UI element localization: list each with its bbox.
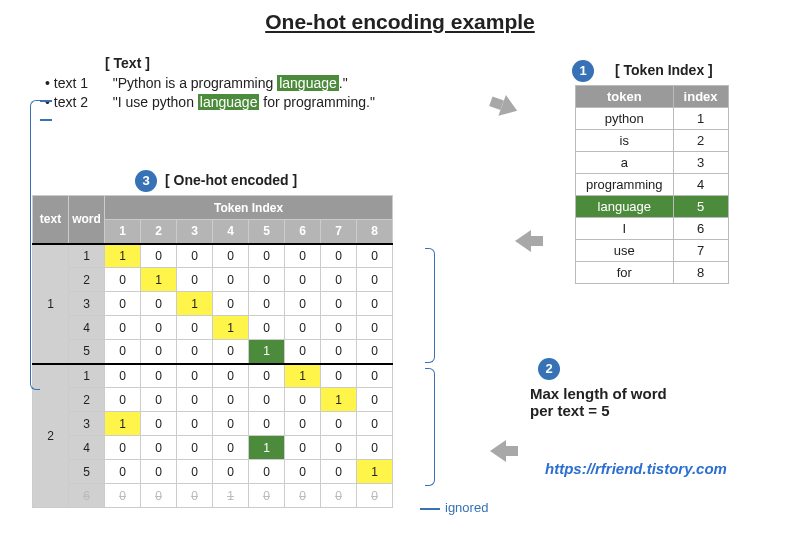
onehot-word-num: 1 <box>69 364 105 388</box>
step-1-badge: 1 <box>572 60 594 82</box>
onehot-cell: 0 <box>357 340 393 364</box>
onehot-cell: 0 <box>177 388 213 412</box>
brace-text2-rows <box>425 368 435 486</box>
onehot-cell: 0 <box>285 412 321 436</box>
onehot-cell: 1 <box>285 364 321 388</box>
onehot-cell: 1 <box>213 484 249 508</box>
token-cell: a <box>576 152 674 174</box>
onehot-cell: 0 <box>177 484 213 508</box>
token-cell: programming <box>576 174 674 196</box>
text-row-2: • text 2 "I use python language for prog… <box>45 94 375 110</box>
onehot-cell: 0 <box>213 364 249 388</box>
step-2-badge: 2 <box>538 358 560 380</box>
onehot-cell: 0 <box>321 244 357 268</box>
onehot-cell: 0 <box>213 244 249 268</box>
onehot-row: 500001000 <box>33 340 393 364</box>
text-section-header: [ Text ] <box>105 55 375 71</box>
onehot-row: 2100000100 <box>33 364 393 388</box>
text-row-2-suffix: for programming." <box>259 94 374 110</box>
onehot-cell: 0 <box>357 484 393 508</box>
onehot-idx-col: 7 <box>321 220 357 244</box>
arrow-index-to-onehot <box>515 230 543 252</box>
onehot-cell: 0 <box>141 244 177 268</box>
onehot-col-word: word <box>69 196 105 244</box>
onehot-cell: 0 <box>321 484 357 508</box>
onehot-cell: 1 <box>357 460 393 484</box>
onehot-cell: 0 <box>357 388 393 412</box>
onehot-cell: 0 <box>105 388 141 412</box>
onehot-cell: 0 <box>213 412 249 436</box>
onehot-cell: 0 <box>321 436 357 460</box>
onehot-cell: 0 <box>213 388 249 412</box>
onehot-word-num: 4 <box>69 436 105 460</box>
token-cell: language <box>576 196 674 218</box>
onehot-cell: 0 <box>249 460 285 484</box>
page-title: One-hot encoding example <box>0 10 800 34</box>
onehot-cell: 0 <box>105 316 141 340</box>
onehot-cell: 0 <box>177 244 213 268</box>
index-cell: 1 <box>673 108 728 130</box>
onehot-header: [ One-hot encoded ] <box>165 172 297 188</box>
token-index-table: token index python1is2a3programming4lang… <box>575 85 729 284</box>
text-row-1: • text 1 "Python is a programming langua… <box>45 75 375 91</box>
onehot-idx-col: 1 <box>105 220 141 244</box>
onehot-cell: 0 <box>321 412 357 436</box>
onehot-cell: 1 <box>105 412 141 436</box>
onehot-idx-col: 2 <box>141 220 177 244</box>
onehot-cell: 0 <box>285 460 321 484</box>
onehot-row: 201000000 <box>33 268 393 292</box>
token-index-row: is2 <box>576 130 729 152</box>
onehot-cell: 0 <box>249 316 285 340</box>
onehot-cell: 1 <box>249 340 285 364</box>
text-section: [ Text ] • text 1 "Python is a programmi… <box>45 55 375 113</box>
onehot-cell: 0 <box>141 364 177 388</box>
index-cell: 6 <box>673 218 728 240</box>
onehot-cell: 0 <box>177 316 213 340</box>
onehot-cell: 0 <box>249 388 285 412</box>
onehot-cell: 0 <box>105 364 141 388</box>
onehot-word-num: 2 <box>69 388 105 412</box>
onehot-cell: 0 <box>141 484 177 508</box>
onehot-cell: 0 <box>105 292 141 316</box>
index-cell: 3 <box>673 152 728 174</box>
onehot-cell: 0 <box>141 340 177 364</box>
index-cell: 7 <box>673 240 728 262</box>
onehot-cell: 0 <box>285 340 321 364</box>
onehot-cell: 0 <box>141 316 177 340</box>
onehot-row: 1110000000 <box>33 244 393 268</box>
onehot-cell: 0 <box>249 268 285 292</box>
onehot-row: 310000000 <box>33 412 393 436</box>
connect-line <box>40 100 52 102</box>
onehot-row: 200000010 <box>33 388 393 412</box>
onehot-table: textwordToken Index123456781110000000201… <box>32 195 393 508</box>
token-cell: I <box>576 218 674 240</box>
onehot-cell: 1 <box>321 388 357 412</box>
onehot-row: 600010000 <box>33 484 393 508</box>
onehot-cell: 1 <box>141 268 177 292</box>
onehot-cell: 0 <box>321 340 357 364</box>
onehot-cell: 0 <box>357 316 393 340</box>
token-index-col-index: index <box>673 86 728 108</box>
onehot-word-num: 1 <box>69 244 105 268</box>
onehot-cell: 0 <box>177 436 213 460</box>
text-row-1-label: text 1 <box>54 75 109 91</box>
onehot-cell: 0 <box>105 436 141 460</box>
onehot-cell: 0 <box>105 268 141 292</box>
onehot-cell: 0 <box>177 412 213 436</box>
onehot-word-num: 6 <box>69 484 105 508</box>
onehot-cell: 1 <box>213 316 249 340</box>
onehot-cell: 0 <box>213 460 249 484</box>
token-index-row: I6 <box>576 218 729 240</box>
onehot-cell: 0 <box>177 340 213 364</box>
arrow-text-to-index <box>487 91 521 121</box>
token-index-header: [ Token Index ] <box>615 62 713 78</box>
onehot-idx-col: 5 <box>249 220 285 244</box>
token-index-col-token: token <box>576 86 674 108</box>
onehot-cell: 0 <box>285 388 321 412</box>
maxlen-label: Max length of word per text = 5 <box>530 385 667 419</box>
onehot-idx-col: 8 <box>357 220 393 244</box>
onehot-cell: 0 <box>141 460 177 484</box>
onehot-cell: 0 <box>321 316 357 340</box>
token-index-row: a3 <box>576 152 729 174</box>
onehot-row: 400001000 <box>33 436 393 460</box>
